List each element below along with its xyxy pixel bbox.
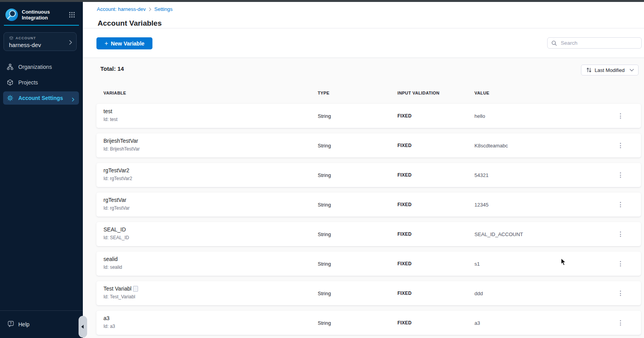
sidebar-header: Continuous Integration <box>5 7 78 22</box>
variable-type: String <box>318 231 331 237</box>
chevron-down-icon <box>630 69 634 72</box>
variable-name: Test Variabl <box>103 285 138 292</box>
main-content: Account: harness-dev Settings Account Va… <box>83 2 644 338</box>
search-input[interactable] <box>560 40 632 46</box>
sort-dropdown-label: Last Modified <box>595 67 625 73</box>
variable-name: rgTestVar <box>103 197 126 203</box>
sidebar-item-label: Organizations <box>18 64 52 70</box>
table-row[interactable]: a3 Id: a3 String FIXED a3 <box>96 311 641 335</box>
account-label-row: ACCOUNT <box>9 36 36 40</box>
table-row[interactable]: rgTestVar Id: rgTestVar String FIXED 123… <box>96 193 641 217</box>
kebab-menu-icon[interactable] <box>617 200 624 209</box>
kebab-menu-icon[interactable] <box>617 230 624 238</box>
variable-id: Id: SEAL_ID <box>103 235 129 240</box>
kebab-menu-icon[interactable] <box>617 171 624 179</box>
variable-value: hello <box>474 113 485 119</box>
continuous-integration-logo-icon[interactable] <box>5 8 18 21</box>
module-title-line1: Continuous <box>22 9 50 15</box>
breadcrumb-settings-link[interactable]: Settings <box>154 6 173 12</box>
chevron-right-icon <box>72 96 74 103</box>
variable-input-validation: FIXED <box>397 172 411 178</box>
gear-icon <box>7 95 13 101</box>
collapse-left-arrow-icon <box>81 325 84 329</box>
variable-id: Id: BrijeshTestVar <box>103 146 140 152</box>
variable-type: String <box>318 202 331 208</box>
search-box <box>547 37 642 49</box>
breadcrumb-account-link[interactable]: Account: harness-dev <box>97 6 146 12</box>
kebab-menu-icon[interactable] <box>617 141 624 150</box>
variable-name: BrijeshTestVar <box>103 138 138 144</box>
module-switcher-grid-icon[interactable] <box>69 12 75 18</box>
sidebar-bottom-divider <box>0 310 83 311</box>
variable-value: ddd <box>474 291 483 296</box>
page-title: Account Variables <box>98 19 162 28</box>
kebab-menu-icon[interactable] <box>617 259 624 268</box>
sidebar-item-label: Projects <box>18 79 38 86</box>
table-row[interactable]: sealid Id: sealid String FIXED s1 <box>96 252 641 276</box>
variable-type: String <box>318 113 331 119</box>
variable-input-validation: FIXED <box>397 261 411 266</box>
variable-id: Id: rgTestVar <box>103 205 130 211</box>
variable-type: String <box>318 291 331 296</box>
variable-name: a3 <box>103 315 110 321</box>
cube-icon <box>7 79 13 86</box>
account-name: harness-dev <box>9 42 41 48</box>
sidebar-item-organizations[interactable]: Organizations <box>0 59 83 75</box>
column-header-type: TYPE <box>318 91 329 95</box>
search-icon <box>551 40 557 46</box>
chevron-right-icon <box>69 39 72 46</box>
table-row[interactable]: SEAL_ID Id: SEAL_ID String FIXED SEAL_ID… <box>96 222 641 246</box>
variable-type: String <box>318 143 331 149</box>
kebab-menu-icon[interactable] <box>617 289 624 298</box>
table-row[interactable]: BrijeshTestVar Id: BrijeshTestVar String… <box>96 133 641 158</box>
variable-id: Id: sealid <box>103 264 122 270</box>
help-label: Help <box>18 321 30 327</box>
variable-id: Id: rgTestVar2 <box>103 176 132 181</box>
account-scope-selector[interactable]: ACCOUNT harness-dev <box>4 32 77 51</box>
variable-input-validation: FIXED <box>397 231 411 237</box>
variable-type: String <box>318 172 331 178</box>
sort-dropdown[interactable]: Last Modified <box>581 65 639 75</box>
sidebar: Continuous Integration ACCOUNT harness-d… <box>0 2 83 338</box>
help-button[interactable]: ? Help <box>8 321 30 327</box>
sidebar-item-label: Account Settings <box>18 95 63 101</box>
variable-name: rgTestVar2 <box>103 167 130 173</box>
column-header-variable: VARIABLE <box>103 91 126 95</box>
harness-account-variables-page: { "sidebar": { "module_line1": "Continuo… <box>0 0 644 338</box>
org-chart-icon <box>7 64 13 70</box>
module-title-line2: Integration <box>22 15 48 21</box>
table-row[interactable]: rgTestVar2 Id: rgTestVar2 String FIXED 5… <box>96 163 641 187</box>
account-label: ACCOUNT <box>16 36 36 40</box>
column-header-value: VALUE <box>474 91 489 95</box>
total-count-label: Total: 14 <box>100 65 124 72</box>
svg-text:?: ? <box>10 321 12 325</box>
new-variable-button-label: New Variable <box>111 40 144 47</box>
breadcrumb-separator-icon <box>149 7 151 11</box>
variable-type: String <box>318 320 331 326</box>
sidebar-item-account-settings[interactable]: Account Settings <box>3 91 79 105</box>
variable-value: 12345 <box>474 202 488 208</box>
kebab-menu-icon[interactable] <box>617 319 624 327</box>
variable-name: sealid <box>103 256 118 262</box>
breadcrumb: Account: harness-dev Settings <box>97 6 173 12</box>
variable-value: SEAL_ID_ACCOUNT <box>474 231 523 237</box>
variable-name: SEAL_ID <box>103 226 126 233</box>
variable-value: a3 <box>474 320 480 326</box>
sidebar-item-projects[interactable]: Projects <box>0 75 83 90</box>
table-header-row: VARIABLE TYPE INPUT VALIDATION VALUE <box>83 91 644 97</box>
module-accent-underline <box>4 25 79 26</box>
table-row[interactable]: Test Variabl Id: Test_Variabl String FIX… <box>96 281 641 305</box>
kebab-menu-icon[interactable] <box>617 112 624 120</box>
variable-id: Id: Test_Variabl <box>103 294 135 299</box>
variable-id: Id: a3 <box>103 324 115 329</box>
variable-value: K8scdteamabc <box>474 143 508 149</box>
variable-input-validation: FIXED <box>397 143 411 148</box>
plus-icon: + <box>105 40 108 47</box>
sidebar-collapse-handle[interactable] <box>79 316 87 338</box>
sidebar-nav: Organizations Projects <box>0 59 83 90</box>
new-variable-button[interactable]: + New Variable <box>96 37 152 49</box>
variable-name: test <box>103 108 112 114</box>
missing-glyph-box <box>133 286 138 292</box>
table-row[interactable]: test Id: test String FIXED hello <box>96 104 641 128</box>
variable-value: 54321 <box>474 172 488 178</box>
